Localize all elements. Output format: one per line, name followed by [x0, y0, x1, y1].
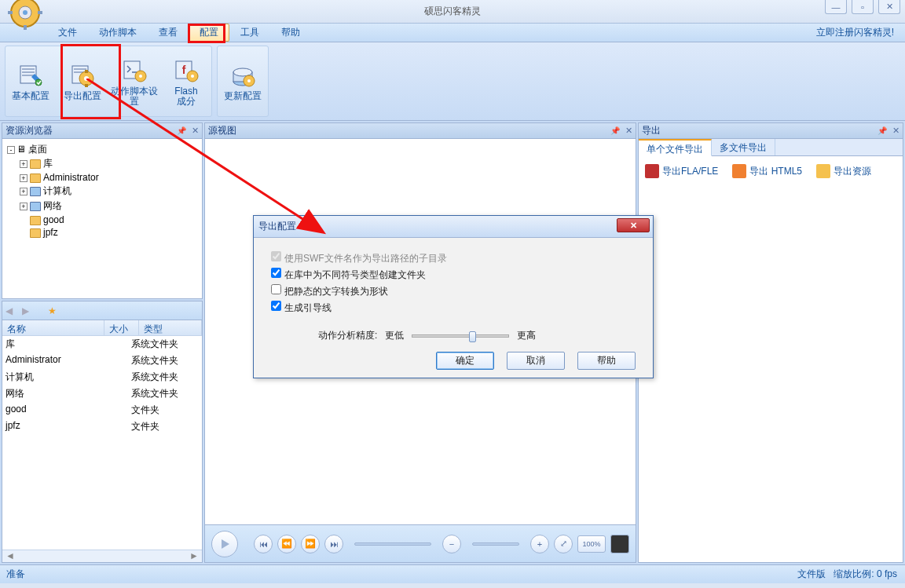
rewind-button[interactable]: ⏮	[254, 535, 273, 553]
list-item[interactable]: 库系统文件夹	[2, 336, 202, 352]
slider-label: 动作分析精度:	[318, 329, 377, 342]
panel-close-icon[interactable]: ✕	[625, 126, 632, 136]
bgcolor-button[interactable]	[610, 535, 629, 553]
ok-button[interactable]: 确定	[436, 352, 494, 370]
tab-multi-export[interactable]: 多文件导出	[712, 139, 775, 155]
prev-button[interactable]: ⏪	[277, 535, 296, 553]
actionscript-config-icon	[121, 57, 148, 83]
menu-bar: 文件 动作脚本 查看 配置 工具 帮助 立即注册闪客精灵!	[0, 24, 905, 42]
tree-item[interactable]: good	[20, 214, 199, 226]
tree-item[interactable]: +库	[20, 156, 199, 171]
tree-item[interactable]: +网络	[20, 199, 199, 214]
menu-view[interactable]: 查看	[148, 24, 189, 42]
svg-point-16	[139, 75, 142, 78]
flash-components-button[interactable]: f Flash 成分	[161, 46, 211, 116]
panel-close-icon[interactable]: ✕	[192, 126, 199, 136]
svg-rect-13	[85, 84, 88, 87]
update-config-button[interactable]: 更新配置	[218, 46, 268, 116]
zoom-slider[interactable]	[472, 542, 519, 546]
file-toolbar: ◀ ▶ ★	[2, 301, 202, 320]
svg-point-2	[23, 10, 27, 15]
svg-text:f: f	[182, 64, 186, 76]
pin-icon[interactable]: 📌	[610, 126, 620, 135]
play-track[interactable]	[354, 542, 431, 546]
svg-point-25	[247, 79, 251, 82]
tab-single-export[interactable]: 单个文件导出	[639, 139, 712, 156]
pin-icon[interactable]: 📌	[177, 126, 186, 135]
status-file-version: 文件版	[797, 568, 826, 581]
slider-low-label: 更低	[385, 329, 404, 342]
next-button[interactable]: ⏩	[301, 535, 320, 553]
zoom-100-button[interactable]: 100%	[577, 535, 606, 553]
list-item[interactable]: 网络系统文件夹	[2, 385, 202, 402]
check-create-folders[interactable]: 在库中为不同符号类型创建文件夹	[271, 268, 636, 282]
scroll-left-icon[interactable]: ◄	[5, 550, 15, 562]
menu-file[interactable]: 文件	[47, 24, 88, 42]
tree-root[interactable]: 桌面	[28, 144, 47, 155]
app-icon	[6, 0, 44, 31]
menu-actionscript[interactable]: 动作脚本	[88, 24, 148, 42]
pin-icon[interactable]: 📌	[878, 126, 887, 135]
play-button[interactable]	[211, 531, 238, 557]
export-resources-button[interactable]: 导出资源	[816, 164, 871, 178]
zoom-out-button[interactable]: −	[442, 535, 461, 553]
flash-components-icon: f	[173, 57, 200, 83]
tree-item[interactable]: +Administrator	[20, 171, 199, 184]
export-fla-button[interactable]: 导出FLA/FLE	[645, 164, 718, 178]
svg-point-20	[191, 75, 194, 78]
basic-config-icon	[17, 61, 44, 88]
check-gen-guide[interactable]: 生成引导线	[271, 301, 636, 315]
export-config-dialog: 导出配置 ✕ 使用SWF文件名作为导出路径的子目录 在库中为不同符号类型创建文件…	[253, 215, 654, 378]
file-list[interactable]: 库系统文件夹 Administrator系统文件夹 计算机系统文件夹 网络系统文…	[2, 336, 202, 550]
update-config-label: 更新配置	[224, 91, 262, 101]
scroll-right-icon[interactable]: ►	[189, 550, 199, 562]
svg-rect-6	[38, 11, 42, 14]
close-window-button[interactable]: ✕	[878, 0, 900, 14]
tree-item[interactable]: +计算机	[20, 184, 199, 199]
zoom-fit-button[interactable]: ⤢	[554, 535, 573, 553]
back-icon[interactable]: ◀	[5, 305, 13, 316]
precision-slider[interactable]	[412, 334, 509, 338]
list-item[interactable]: 计算机系统文件夹	[2, 369, 202, 385]
basic-config-label: 基本配置	[12, 91, 49, 101]
flash-components-label: Flash 成分	[174, 86, 197, 107]
list-item[interactable]: good文件夹	[2, 402, 202, 418]
export-body: 导出FLA/FLE 导出 HTML5 导出资源	[639, 156, 903, 562]
forward-icon[interactable]: ▶	[22, 305, 29, 316]
maximize-button[interactable]: ▫	[852, 0, 874, 14]
favorite-icon[interactable]: ★	[48, 305, 57, 316]
dialog-close-button[interactable]: ✕	[617, 218, 650, 232]
slider-thumb[interactable]	[469, 331, 476, 342]
register-link[interactable]: 立即注册闪客精灵!	[816, 26, 894, 39]
window-title: 硕思闪客精灵	[424, 5, 481, 18]
menu-tools[interactable]: 工具	[229, 24, 270, 42]
minimize-button[interactable]: ―	[825, 0, 847, 14]
export-config-button[interactable]: 导出配置	[57, 46, 108, 116]
list-item[interactable]: Administrator系统文件夹	[2, 352, 202, 369]
zoom-in-button[interactable]: +	[530, 535, 549, 553]
slider-high-label: 更高	[517, 329, 536, 342]
panel-close-icon[interactable]: ✕	[892, 126, 900, 136]
svg-rect-5	[8, 11, 13, 14]
basic-config-button[interactable]: 基本配置	[5, 46, 56, 116]
actionscript-config-label: 动作脚本设置	[111, 86, 158, 107]
list-item[interactable]: jpfz文件夹	[2, 418, 202, 435]
folder-tree[interactable]: -🖥 桌面 +库 +Administrator +计算机 +网络 good jp…	[2, 139, 202, 298]
cancel-button[interactable]: 取消	[507, 352, 565, 370]
file-list-header: 名称 大小 类型	[2, 320, 202, 336]
end-button[interactable]: ⏭	[324, 535, 343, 553]
dialog-title: 导出配置	[258, 220, 296, 233]
resource-browser-header: 资源浏览器 📌 ✕	[2, 123, 202, 139]
help-button[interactable]: 帮助	[577, 352, 636, 370]
check-static-to-shape[interactable]: 把静态的文字转换为形状	[271, 284, 636, 298]
export-html5-button[interactable]: 导出 HTML5	[732, 164, 802, 178]
menu-config[interactable]: 配置	[189, 24, 229, 42]
col-size[interactable]: 大小	[104, 320, 139, 335]
actionscript-config-button[interactable]: 动作脚本设置	[109, 46, 159, 116]
col-name[interactable]: 名称	[2, 320, 104, 335]
tree-collapse-icon[interactable]: -	[7, 146, 15, 154]
col-type[interactable]: 类型	[139, 320, 202, 335]
menu-help[interactable]: 帮助	[270, 24, 311, 42]
dialog-title-bar[interactable]: 导出配置 ✕	[254, 216, 653, 238]
tree-item[interactable]: jpfz	[20, 226, 199, 239]
